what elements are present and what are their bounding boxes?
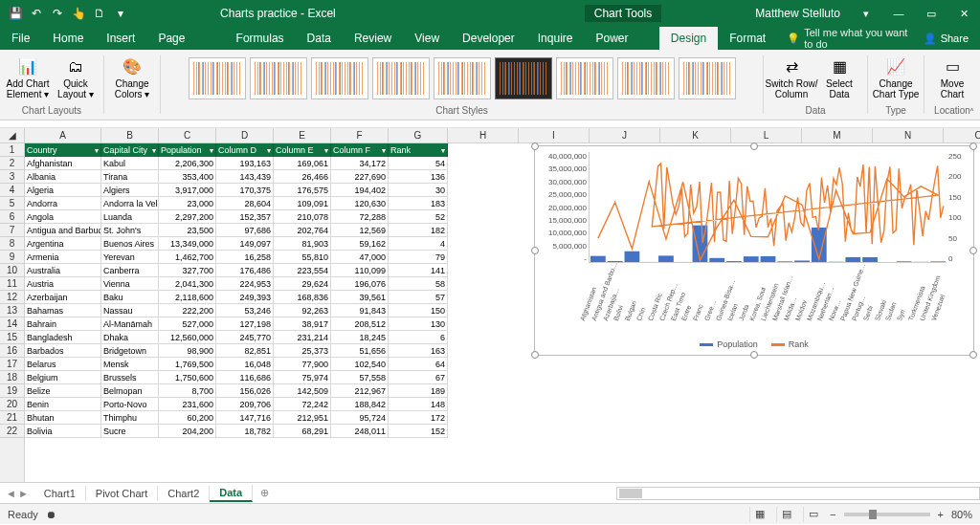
cell[interactable]: 53,246	[216, 304, 274, 317]
cell[interactable]: 75,974	[274, 371, 331, 384]
cell[interactable]: Luanda	[101, 210, 159, 224]
cell[interactable]: 55,810	[274, 251, 331, 264]
cell[interactable]: 196,076	[331, 277, 389, 291]
cell[interactable]: 2,297,200	[159, 210, 216, 224]
sheet-nav-next-icon[interactable]: ►	[18, 488, 29, 499]
resize-handle[interactable]	[969, 247, 977, 254]
zoom-out-button[interactable]: −	[830, 509, 835, 520]
cell[interactable]: 82,851	[216, 344, 274, 358]
cell[interactable]: Belize	[25, 384, 101, 398]
row-header[interactable]: 7	[0, 224, 24, 237]
sheet-tab-chart2[interactable]: Chart2	[158, 486, 210, 501]
row-header[interactable]: 18	[0, 371, 24, 384]
embedded-chart[interactable]: 40,000,00035,000,00030,000,00025,000,000…	[534, 145, 974, 356]
zoom-slider-thumb[interactable]	[869, 510, 877, 519]
cell[interactable]: Sucre	[101, 425, 159, 438]
cell[interactable]: 95,724	[331, 411, 389, 425]
cell[interactable]: 245,770	[216, 331, 274, 344]
cell[interactable]: Bolivia	[25, 425, 101, 438]
chart-style-2[interactable]	[250, 57, 307, 99]
column-header[interactable]: E	[274, 128, 331, 142]
cell[interactable]: 147,716	[216, 411, 274, 425]
cell[interactable]: St. John's	[101, 224, 159, 237]
cell[interactable]: 149,097	[216, 237, 274, 251]
row-header[interactable]: 11	[0, 277, 24, 291]
horizontal-scrollbar[interactable]	[616, 487, 980, 500]
cell[interactable]: 116,686	[216, 371, 274, 384]
cell[interactable]: 110,099	[331, 264, 389, 277]
tab-developer[interactable]: Developer	[451, 27, 526, 50]
cell[interactable]: Brussels	[101, 371, 159, 384]
cell[interactable]: 136	[389, 170, 448, 184]
cell[interactable]: 8,700	[159, 384, 216, 398]
cell[interactable]: Vienna	[101, 277, 159, 291]
change-chart-type-button[interactable]: 📈 Change Chart Type	[874, 54, 918, 103]
zoom-slider[interactable]	[844, 513, 930, 516]
cell[interactable]: 142,509	[274, 384, 331, 398]
table-column-header[interactable]: Country▾	[25, 143, 101, 157]
cell[interactable]: Australia	[25, 264, 101, 277]
tab-data[interactable]: Data	[296, 27, 343, 50]
column-header[interactable]: N	[873, 128, 944, 142]
view-page-layout-icon[interactable]: ▤	[776, 507, 795, 522]
column-header[interactable]: F	[331, 128, 389, 142]
cell[interactable]: 34,172	[331, 157, 389, 170]
cell[interactable]: 248,011	[331, 425, 389, 438]
column-header[interactable]: H	[448, 128, 519, 142]
redo-icon[interactable]: ↷	[50, 6, 65, 21]
cell[interactable]: 18,245	[331, 331, 389, 344]
ribbon-options-icon[interactable]: ▾	[850, 0, 882, 27]
cell[interactable]: Algeria	[25, 184, 101, 197]
cell[interactable]: Buenos Aires	[101, 237, 159, 251]
cell[interactable]: Benin	[25, 398, 101, 411]
row-header[interactable]: 19	[0, 384, 24, 398]
cell[interactable]: 148	[389, 398, 448, 411]
cell[interactable]: Bahrain	[25, 317, 101, 331]
zoom-level[interactable]: 80%	[951, 509, 972, 520]
qat-more-icon[interactable]: ▾	[113, 6, 128, 21]
tab-home[interactable]: Home	[41, 27, 95, 50]
row-header[interactable]: 9	[0, 251, 24, 264]
chart-style-6[interactable]	[495, 57, 552, 99]
cell[interactable]: 202,764	[274, 224, 331, 237]
cell[interactable]: 12,560,000	[159, 331, 216, 344]
column-header[interactable]: A	[25, 128, 101, 142]
cell[interactable]: Kabul	[101, 157, 159, 170]
cell[interactable]: 188,842	[331, 398, 389, 411]
cell[interactable]: 12,569	[331, 224, 389, 237]
row-header[interactable]: 22	[0, 425, 24, 438]
cell[interactable]: 156,026	[216, 384, 274, 398]
table-column-header[interactable]: Column E▾	[274, 143, 331, 157]
user-name[interactable]: Matthew Stelluto	[746, 7, 850, 20]
sheet-nav-prev-icon[interactable]: ◄	[6, 488, 16, 499]
cell[interactable]: 176,486	[216, 264, 274, 277]
minimize-icon[interactable]: —	[882, 0, 915, 27]
row-header[interactable]: 5	[0, 197, 24, 210]
chart-style-4[interactable]	[372, 57, 430, 99]
close-icon[interactable]: ✕	[947, 0, 980, 27]
cell[interactable]: Bahamas	[25, 304, 101, 317]
cell[interactable]: 57	[389, 291, 448, 304]
row-header[interactable]: 21	[0, 411, 24, 425]
cell[interactable]: 52	[389, 210, 448, 224]
row-header[interactable]: 14	[0, 317, 24, 331]
resize-handle[interactable]	[531, 142, 539, 150]
cell[interactable]: 38,917	[274, 317, 331, 331]
row-header[interactable]: 3	[0, 170, 24, 184]
chart-style-gallery[interactable]	[189, 52, 736, 104]
cell[interactable]: 127,198	[216, 317, 274, 331]
cell[interactable]: 1,769,500	[159, 358, 216, 371]
cell[interactable]: 58	[389, 277, 448, 291]
cell[interactable]: 28,604	[216, 197, 274, 210]
select-all-corner[interactable]: ◢	[0, 128, 24, 143]
cell[interactable]: 527,000	[159, 317, 216, 331]
row-header[interactable]: 1	[0, 143, 24, 157]
tab-file[interactable]: File	[0, 27, 41, 50]
cell[interactable]: 231,214	[274, 331, 331, 344]
column-header[interactable]: K	[660, 128, 731, 142]
cell[interactable]: 212,967	[331, 384, 389, 398]
cell[interactable]: Barbados	[25, 344, 101, 358]
cell[interactable]: 23,000	[159, 197, 216, 210]
cell[interactable]: 81,903	[274, 237, 331, 251]
cell[interactable]: Bangladesh	[25, 331, 101, 344]
